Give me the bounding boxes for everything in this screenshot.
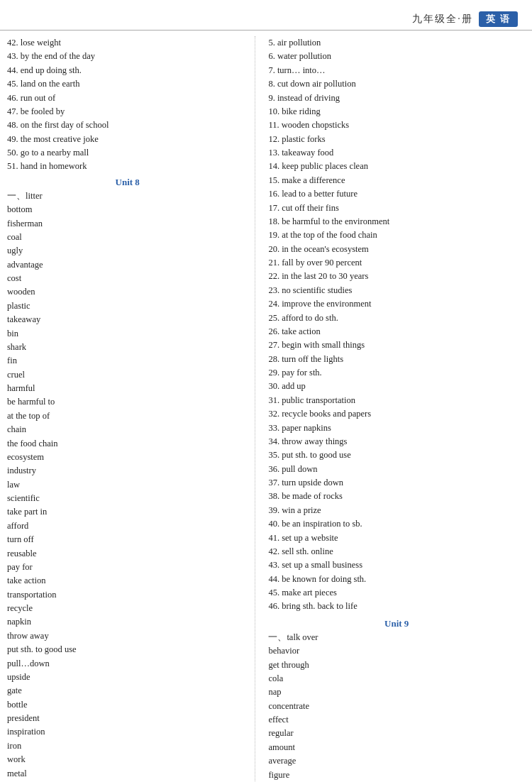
list-item: 11. wooden chopsticks <box>268 119 525 132</box>
list-item: ugly <box>7 244 248 258</box>
list-item: 38. be made of rocks <box>268 490 525 503</box>
content: 42. lose weight 43. by the end of the da… <box>0 36 532 782</box>
list-item: 32. recycle books and papers <box>268 407 525 421</box>
list-item: wooden <box>7 285 248 299</box>
list-item: take part in <box>7 505 248 519</box>
list-item: amount <box>268 741 525 754</box>
list-item: 12. plastic forks <box>268 133 525 146</box>
list-item: work <box>7 753 248 766</box>
list-item: effect <box>268 713 525 727</box>
list-item: president <box>7 712 248 725</box>
list-item: bottle <box>7 698 248 712</box>
list-item: 41. set up a website <box>268 532 525 545</box>
list-item: 26. take action <box>268 325 525 338</box>
list-item: industry <box>7 464 248 478</box>
list-item: 44. be known for doing sth. <box>268 573 525 586</box>
list-item: 7. turn… into… <box>268 64 525 77</box>
list-item: 一、talk over <box>268 631 525 644</box>
list-item: 16. lead to a better future <box>268 187 525 201</box>
list-item: behavior <box>268 644 525 658</box>
list-item: 25. afford to do sth. <box>268 312 525 325</box>
list-item: afford <box>7 519 248 533</box>
list-item: 43. by the end of the day <box>7 50 248 63</box>
list-item: harmful <box>7 382 248 395</box>
list-item: 6. water pollution <box>268 50 525 63</box>
unit8-vocab-list: 一、litter bottom fisherman coal ugly adva… <box>7 189 248 782</box>
list-item: 35. put sth. to good use <box>268 448 525 462</box>
list-item: be harmful to <box>7 395 248 409</box>
list-item: 46. bring sth. back to life <box>268 600 525 613</box>
list-item: 44. end up doing sth. <box>7 64 248 77</box>
list-item: bin <box>7 327 248 341</box>
unit9-title: Unit 9 <box>268 618 525 629</box>
list-item: 17. cut off their fins <box>268 202 525 215</box>
right-column: 5. air pollution 6. water pollution 7. t… <box>255 36 525 782</box>
list-item: advantage <box>7 258 248 272</box>
list-item: the food chain <box>7 437 248 451</box>
numbered-items-list: 42. lose weight 43. by the end of the da… <box>7 36 248 174</box>
list-item: 30. add up <box>268 380 525 393</box>
list-item: 20. in the ocean's ecosystem <box>268 243 525 256</box>
list-item: turn off <box>7 533 248 546</box>
list-item: nap <box>268 685 525 699</box>
list-item: takeaway <box>7 313 248 326</box>
unit9-vocab-list: 一、talk over behavior get through cola na… <box>268 631 525 782</box>
list-item: recycle <box>7 602 248 615</box>
list-item: at the top of <box>7 409 248 423</box>
list-item: inspiration <box>7 725 248 739</box>
list-item: 15. make a difference <box>268 174 525 187</box>
list-item: 18. be harmful to the environment <box>268 215 525 228</box>
list-item: 31. public transportation <box>268 394 525 407</box>
list-item: iron <box>7 739 248 753</box>
list-item: 9. instead of driving <box>268 92 525 105</box>
list-item: 5. air pollution <box>268 36 525 50</box>
list-item: shark <box>7 341 248 354</box>
list-item: 8. cut down air pollution <box>268 77 525 91</box>
list-item: 50. go to a nearby mall <box>7 146 248 160</box>
list-item: regular <box>268 727 525 740</box>
list-item: average <box>268 754 525 768</box>
header-badge: 英 语 <box>479 11 518 27</box>
list-item: 28. turn off the lights <box>268 353 525 366</box>
list-item: fin <box>7 354 248 368</box>
list-item: 21. fall by over 90 percent <box>268 256 525 270</box>
list-item: take action <box>7 574 248 588</box>
list-item: fisherman <box>7 217 248 231</box>
list-item: 36. pull down <box>268 463 525 476</box>
list-item: 22. in the last 20 to 30 years <box>268 270 525 283</box>
unit8-title: Unit 8 <box>7 177 248 188</box>
list-item: 39. win a prize <box>268 504 525 517</box>
list-item: transportation <box>7 588 248 602</box>
list-item: cruel <box>7 368 248 382</box>
list-item: 45. make art pieces <box>268 586 525 600</box>
list-item: 19. at the top of the food chain <box>268 228 525 242</box>
list-item: cola <box>268 672 525 685</box>
list-item: gate <box>7 684 248 698</box>
list-item: 40. be an inspiration to sb. <box>268 517 525 531</box>
list-item: 33. paper napkins <box>268 422 525 435</box>
list-item: cost <box>7 272 248 285</box>
list-item: 一、litter <box>7 189 248 203</box>
left-column: 42. lose weight 43. by the end of the da… <box>7 36 255 782</box>
list-item: 29. pay for sth. <box>268 366 525 380</box>
header-title: 九年级全·册 <box>412 13 473 26</box>
list-item: upside <box>7 671 248 684</box>
list-item: ecosystem <box>7 451 248 464</box>
list-item: 46. run out of <box>7 92 248 105</box>
list-item: law <box>7 478 248 492</box>
list-item: 51. hand in homework <box>7 160 248 173</box>
list-item: pull…down <box>7 657 248 671</box>
list-item: 43. set up a small business <box>268 558 525 572</box>
list-item: bottom <box>7 203 248 216</box>
list-item: 42. lose weight <box>7 36 248 50</box>
list-item: 13. takeaway food <box>268 146 525 160</box>
list-item: metal <box>7 767 248 781</box>
list-item: 10. bike riding <box>268 105 525 119</box>
list-item: reusable <box>7 547 248 561</box>
list-item: 24. improve the environment <box>268 297 525 311</box>
list-item: 27. begin with small things <box>268 338 525 352</box>
list-item: scientific <box>7 492 248 505</box>
list-item: get through <box>268 659 525 672</box>
list-item: chain <box>7 423 248 436</box>
phrase-list-right-continued: 5. air pollution 6. water pollution 7. t… <box>268 36 525 614</box>
